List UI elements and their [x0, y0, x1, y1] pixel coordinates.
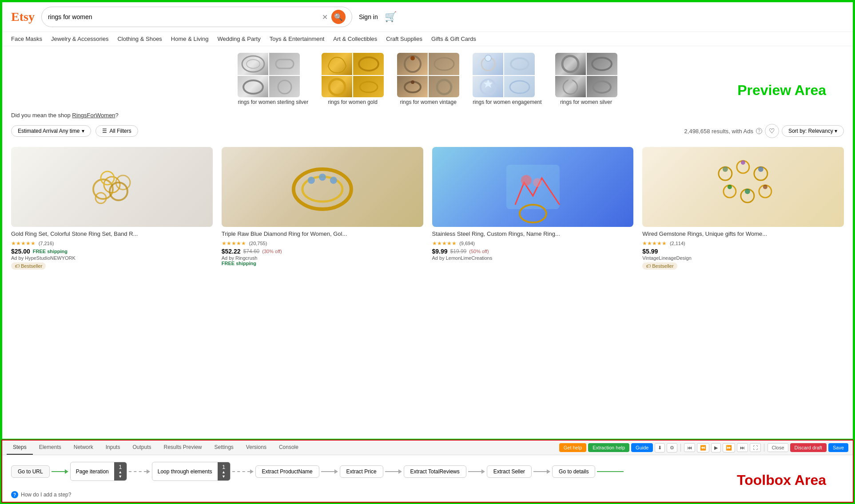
go-to-details-step[interactable]: Go to details	[552, 465, 595, 478]
tab-results-preview[interactable]: Results Preview	[157, 441, 208, 455]
page-iteration-num[interactable]: 1 ▲▼	[114, 462, 127, 480]
heart-button[interactable]: ♡	[765, 124, 779, 138]
extraction-help-button[interactable]: Extraction help	[588, 443, 629, 452]
skip-start-button[interactable]: ⏮	[684, 443, 695, 452]
tab-inputs[interactable]: Inputs	[99, 441, 127, 455]
suggestion-vintage[interactable]: rings for women vintage	[397, 53, 459, 105]
suggestion-silver[interactable]: rings for women silver	[555, 53, 617, 105]
arrow-6	[466, 469, 487, 474]
extract-productname-step[interactable]: Extract ProductName	[255, 465, 319, 478]
settings-icon-button[interactable]: ⚙	[667, 443, 677, 452]
nav-clothing[interactable]: Clothing & Shoes	[117, 36, 162, 42]
estimated-arrival-filter[interactable]: Estimated Arrival Any time ▾	[11, 125, 91, 137]
tab-settings[interactable]: Settings	[208, 441, 240, 455]
product-card-1[interactable]: Triple Raw Blue Diamond Ring for Women, …	[222, 147, 423, 270]
download-icon-button[interactable]: ⬇	[655, 443, 665, 452]
nav-gifts[interactable]: Gifts & Gift Cards	[431, 36, 476, 42]
loop-elements-label: Loop through elements	[152, 466, 218, 477]
skip-end-button[interactable]: ⏭	[737, 443, 748, 452]
did-you-mean-text: Did you mean the shop	[11, 112, 72, 119]
search-button[interactable]: 🔍	[331, 10, 346, 24]
help-text-area: ? How do I add a step?	[2, 488, 853, 502]
cart-icon[interactable]: 🛒	[385, 11, 397, 23]
svg-point-34	[319, 174, 326, 181]
extract-totalreviews-step[interactable]: Extract TotalReviews	[404, 465, 466, 478]
arrow-1	[50, 469, 70, 474]
suggestion-label-0: rings for women sterling silver	[238, 99, 308, 105]
bestseller-badge-0: 🏷 Bestseller	[11, 262, 46, 270]
arrow-head-gray-5	[398, 469, 402, 474]
go-to-url-step[interactable]: Go to URL	[11, 465, 50, 478]
sign-in-link[interactable]: Sign in	[359, 13, 378, 20]
svg-point-19	[510, 81, 529, 93]
prev-button[interactable]: ⏪	[697, 443, 709, 452]
loop-elements-step[interactable]: Loop through elements 1 ▲▼	[152, 462, 231, 481]
play-button[interactable]: ▶	[711, 443, 721, 452]
seller-3: VintageLineageDesign	[642, 255, 844, 261]
nav-face-masks[interactable]: Face Masks	[11, 36, 42, 42]
nav-art[interactable]: Art & Collectibles	[333, 36, 377, 42]
svg-rect-36	[506, 165, 559, 209]
svg-point-16	[511, 58, 529, 70]
product-image-0	[11, 147, 213, 227]
tab-steps[interactable]: Steps	[7, 441, 33, 455]
suggestion-label-2: rings for women vintage	[397, 99, 459, 105]
results-count: 2,498,658 results, with Ads ? ♡ Sort by:…	[684, 124, 844, 138]
save-button[interactable]: Save	[828, 443, 848, 452]
arrow-head-gray-3	[250, 469, 254, 474]
did-you-mean: Did you mean the shop RingsForWomen?	[2, 107, 853, 121]
product-card-3[interactable]: Wired Gemstone Rings, Unique gifts for W…	[642, 147, 844, 270]
nav-jewelry[interactable]: Jewelry & Accessories	[51, 36, 108, 42]
discard-draft-button[interactable]: Discard draft	[790, 443, 827, 452]
help-icon[interactable]: ?	[11, 491, 18, 498]
num-arrows-2: ▲▼	[222, 470, 226, 479]
flow-step-go-to-url: Go to URL	[11, 465, 50, 478]
product-name-0: Gold Ring Set, Colorful Stone Ring Set, …	[11, 230, 213, 238]
product-image-3	[642, 147, 844, 227]
all-filters-button[interactable]: ☰ All Filters	[95, 125, 138, 137]
rings-for-women-link[interactable]: RingsForWomen	[72, 112, 115, 119]
dashed-arrow-2	[129, 471, 147, 472]
suggestion-engagement[interactable]: rings for women engagement	[473, 53, 541, 105]
tab-elements[interactable]: Elements	[33, 441, 68, 455]
arrow-head-gray-7	[547, 469, 550, 474]
etsy-logo[interactable]: Etsy	[11, 10, 35, 24]
header-actions: Sign in 🛒	[359, 11, 397, 23]
suggestion-sterling-silver[interactable]: rings for women sterling silver	[238, 53, 308, 105]
tab-outputs[interactable]: Outputs	[126, 441, 157, 455]
sort-button[interactable]: Sort by: Relevancy ▾	[782, 125, 844, 137]
expand-button[interactable]: ⛶	[750, 443, 761, 452]
extract-seller-step[interactable]: Extract Seller	[487, 465, 532, 478]
product-grid: Gold Ring Set, Colorful Stone Ring Set, …	[2, 143, 853, 278]
guide-button[interactable]: Guide	[631, 443, 653, 452]
arrow-line-1	[52, 471, 65, 472]
tab-console[interactable]: Console	[273, 441, 305, 455]
svg-point-15	[485, 55, 491, 61]
price-row-1: $52.22 $74.60 (30% off)	[222, 248, 423, 255]
product-stars-0: ★★★★★ (7,216)	[11, 240, 213, 246]
extract-price-step[interactable]: Extract Price	[340, 465, 383, 478]
free-ship-1: FREE shipping	[222, 261, 423, 266]
next-button[interactable]: ⏩	[723, 443, 735, 452]
arrow-head-gray-2	[147, 469, 150, 474]
nav-craft[interactable]: Craft Supplies	[386, 36, 422, 42]
nav-wedding[interactable]: Wedding & Party	[217, 36, 260, 42]
clear-search-icon[interactable]: ✕	[322, 13, 328, 21]
loop-elements-num[interactable]: 1 ▲▼	[218, 462, 230, 480]
close-button[interactable]: Close	[768, 443, 788, 452]
nav-toys[interactable]: Toys & Entertainment	[270, 36, 325, 42]
svg-point-10	[434, 58, 454, 70]
tab-network[interactable]: Network	[68, 441, 99, 455]
search-input[interactable]	[48, 13, 322, 20]
get-help-button[interactable]: Get help	[559, 443, 587, 452]
nav-home[interactable]: Home & Living	[171, 36, 209, 42]
info-icon: ?	[756, 128, 762, 134]
outer-wrapper: Preview Area Etsy ✕ 🔍 Sign in 🛒 Face Mas…	[0, 0, 855, 504]
product-card-0[interactable]: Gold Ring Set, Colorful Stone Ring Set, …	[11, 147, 213, 270]
tab-versions[interactable]: Versions	[240, 441, 273, 455]
svg-point-49	[745, 189, 750, 194]
page-iteration-step[interactable]: Page iteration 1 ▲▼	[70, 462, 127, 481]
suggestion-gold[interactable]: rings for women gold	[322, 53, 384, 105]
product-card-2[interactable]: Stainless Steel Ring, Custom Rings, Name…	[432, 147, 634, 270]
svg-point-33	[308, 177, 315, 184]
